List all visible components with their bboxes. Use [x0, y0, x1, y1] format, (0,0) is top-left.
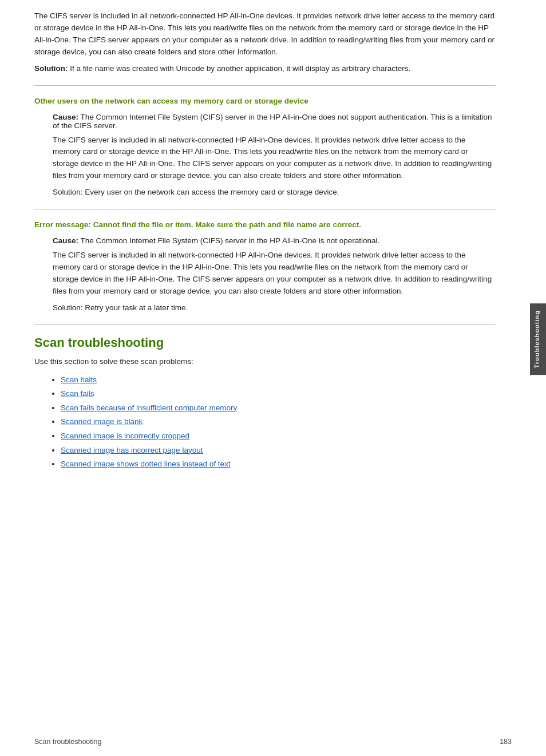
section2-cause-text: The Common Internet File System (CIFS) s… [53, 113, 492, 130]
scan-link-layout[interactable]: Scanned image has incorrect page layout [61, 446, 203, 454]
section3-heading: Error message: Cannot find the file or i… [34, 220, 496, 231]
section2-solution: Solution: Every user on the network can … [53, 187, 496, 199]
scan-link-fails-memory[interactable]: Scan fails because of insufficient compu… [61, 403, 237, 412]
divider-3 [34, 324, 496, 325]
scan-section: Scan troubleshooting Use this section to… [34, 335, 496, 470]
troubleshooting-side-tab: Troubleshooting [530, 303, 546, 375]
scan-link-cropped[interactable]: Scanned image is incorrectly cropped [61, 432, 189, 440]
section3-solution-label: Solution: [53, 303, 83, 312]
scan-link-fails[interactable]: Scan fails [61, 389, 94, 398]
scan-link-list: Scan halts Scan fails Scan fails because… [61, 374, 496, 470]
list-item: Scan fails [61, 387, 496, 400]
list-item: Scanned image has incorrect page layout [61, 444, 496, 457]
scan-link-halts[interactable]: Scan halts [61, 375, 97, 384]
divider-2 [34, 209, 496, 209]
scan-intro: Use this section to solve these scan pro… [34, 356, 496, 368]
section2-cause-label: Cause: [53, 113, 78, 121]
footer: Scan troubleshooting 183 [0, 738, 546, 746]
footer-page-number: 183 [500, 738, 512, 746]
section2-cause: Cause: The Common Internet File System (… [53, 113, 496, 130]
section3-cause-text: The Common Internet File System (CIFS) s… [78, 236, 379, 245]
top-solution-label: Solution: [34, 64, 68, 73]
section2-solution-label: Solution: [53, 188, 83, 196]
scan-link-blank[interactable]: Scanned image is blank [61, 417, 143, 426]
list-item: Scanned image is blank [61, 415, 496, 428]
list-item: Scanned image shows dotted lines instead… [61, 458, 496, 470]
list-item: Scanned image is incorrectly cropped [61, 430, 496, 442]
section3-solution-text: Retry your task at a later time. [83, 303, 188, 312]
list-item: Scan fails because of insufficient compu… [61, 402, 496, 414]
top-solution: Solution: If a file name was created wit… [34, 63, 496, 75]
list-item: Scan halts [61, 374, 496, 386]
section3-solution: Solution: Retry your task at a later tim… [53, 302, 496, 314]
top-body-text: The CIFS server is included in all netwo… [34, 10, 496, 58]
section2-body: The CIFS server is included in all netwo… [53, 134, 496, 183]
divider-1 [34, 85, 496, 86]
top-section: The CIFS server is included in all netwo… [34, 10, 496, 75]
section3-cause-label: Cause: [53, 236, 78, 245]
top-solution-text: If a file name was created with Unicode … [68, 64, 410, 73]
section2-block: Other users on the network can access my… [34, 96, 496, 199]
section2-solution-text: Every user on the network can access the… [83, 188, 339, 196]
section2-heading: Other users on the network can access my… [34, 96, 496, 107]
section3-body: The CIFS server is included in all netwo… [53, 250, 496, 298]
section3-block: Error message: Cannot find the file or i… [34, 220, 496, 314]
scan-section-heading: Scan troubleshooting [34, 335, 496, 350]
section3-cause: Cause: The Common Internet File System (… [53, 236, 496, 245]
footer-title: Scan troubleshooting [34, 738, 101, 746]
scan-link-dotted[interactable]: Scanned image shows dotted lines instead… [61, 460, 230, 468]
